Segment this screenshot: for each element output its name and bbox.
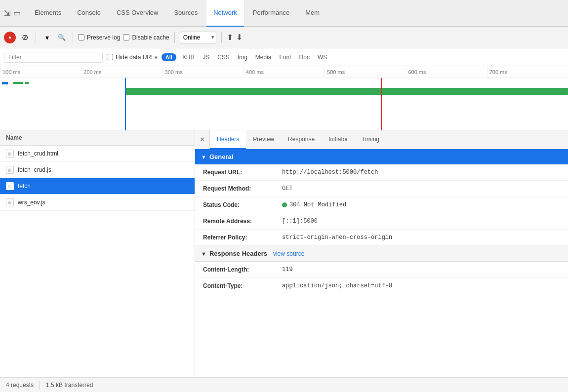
- val-status-code: 304 Not Modified: [282, 200, 346, 209]
- timeline-ruler: 100 ms 200 ms 300 ms 400 ms 500 ms 600 m…: [0, 66, 568, 78]
- hide-data-urls-label[interactable]: Hide data URLs: [107, 54, 158, 61]
- device-icon[interactable]: ▭: [13, 8, 21, 18]
- val-content-type: application/json; charset=utf-8: [282, 281, 392, 290]
- tab-console[interactable]: Console: [70, 0, 108, 27]
- file-icon-html: ▤: [6, 150, 14, 157]
- tab-performance[interactable]: Performance: [246, 0, 296, 27]
- row-status-code: Status Code: 304 Not Modified: [195, 197, 568, 213]
- file-name-wrs-env-js: wrs_env.js: [18, 199, 45, 206]
- val-remote-address: [::1]:5000: [282, 217, 318, 226]
- preserve-log-label[interactable]: Preserve log: [78, 34, 120, 41]
- filter-type-ws[interactable]: WS: [316, 53, 329, 62]
- preserve-log-checkbox[interactable]: [78, 34, 84, 40]
- tab-css-overview[interactable]: CSS Overview: [110, 0, 165, 27]
- record-button[interactable]: ●: [4, 32, 16, 43]
- ruler-mark-300: 300 ms: [162, 66, 243, 78]
- requests-count: 4 requests: [6, 382, 34, 389]
- detail-panel: × Headers Preview Response Initiator Tim…: [195, 130, 568, 377]
- view-source-link[interactable]: view source: [273, 250, 304, 257]
- tab-network[interactable]: Network: [206, 0, 244, 27]
- toolbar: ● ⊘ ▾ 🔍 Preserve log Disable cache Onlin…: [0, 27, 568, 48]
- timeline-small-indicators: [2, 82, 29, 84]
- val-request-method: GET: [282, 184, 293, 193]
- val-request-url: http://localhost:5000/fetch: [282, 168, 378, 177]
- filter-all-button[interactable]: All: [162, 53, 176, 61]
- val-referrer-policy: strict-origin-when-cross-origin: [282, 233, 392, 242]
- tab-bar: ⇲ ▭ Elements Console CSS Overview Source…: [0, 0, 568, 27]
- tab-sources[interactable]: Sources: [167, 0, 204, 27]
- ruler-mark-600: 600 ms: [406, 66, 487, 78]
- file-name-fetch-crud-html: fetch_crud.html: [18, 150, 58, 157]
- hide-data-urls-text: Hide data URLs: [116, 54, 158, 61]
- filter-type-media[interactable]: Media: [253, 53, 274, 62]
- clear-button[interactable]: ⊘: [19, 32, 31, 43]
- row-request-method: Request Method: GET: [195, 181, 568, 197]
- ruler-mark-200: 200 ms: [81, 66, 162, 78]
- key-request-method: Request Method:: [203, 184, 282, 193]
- disable-cache-checkbox[interactable]: [123, 34, 129, 40]
- file-name-fetch-crud-js: fetch_crud.js: [18, 166, 51, 173]
- row-referrer-policy: Referrer Policy: strict-origin-when-cros…: [195, 230, 568, 246]
- tab-elements[interactable]: Elements: [28, 0, 68, 27]
- file-item-fetch[interactable]: □ fetch: [0, 178, 195, 195]
- tab-memory[interactable]: Mem: [298, 0, 326, 27]
- filter-type-xhr[interactable]: XHR: [180, 53, 197, 62]
- indicator-green: [13, 82, 23, 84]
- filter-button[interactable]: ▾: [41, 32, 53, 43]
- toolbar-separator-3: [174, 32, 175, 43]
- online-select[interactable]: Online Offline Slow 3G Fast 3G: [180, 32, 216, 43]
- timeline-red-marker: [381, 78, 382, 130]
- timeline-chart[interactable]: [0, 78, 568, 130]
- ruler-mark-100: 100 ms: [0, 66, 81, 78]
- filter-input[interactable]: [4, 52, 103, 63]
- disable-cache-label[interactable]: Disable cache: [123, 34, 169, 41]
- key-referrer-policy: Referrer Policy:: [203, 233, 282, 242]
- response-headers-title: Response Headers: [209, 250, 267, 257]
- status-dot-icon: [282, 202, 287, 207]
- timeline-green-bar: [125, 88, 568, 95]
- transferred-size: 1.5 kB transferred: [46, 382, 93, 389]
- filter-bar: Hide data URLs All XHR JS CSS Img Media …: [0, 48, 568, 66]
- ruler-mark-400: 400 ms: [243, 66, 325, 78]
- filter-type-font[interactable]: Font: [278, 53, 293, 62]
- search-button[interactable]: 🔍: [56, 32, 68, 43]
- ruler-mark-500: 500 ms: [325, 66, 406, 78]
- toolbar-separator-1: [36, 32, 36, 43]
- tab-timing[interactable]: Timing: [355, 130, 386, 149]
- hide-data-urls-checkbox[interactable]: [107, 54, 113, 60]
- response-headers-section-header: ▼ Response Headers view source: [195, 246, 568, 262]
- detail-content: ▼ General Request URL: http://localhost:…: [195, 149, 568, 377]
- general-section-header[interactable]: ▼ General: [195, 149, 568, 164]
- toolbar-separator-4: [221, 32, 222, 43]
- upload-icon[interactable]: ⬆: [227, 33, 233, 42]
- key-request-url: Request URL:: [203, 168, 282, 177]
- filter-type-img[interactable]: Img: [236, 53, 249, 62]
- download-icon[interactable]: ⬇: [236, 33, 243, 42]
- file-icon-wrs-env: ▤: [6, 198, 14, 206]
- row-content-type: Content-Type: application/json; charset=…: [195, 278, 568, 294]
- tab-initiator[interactable]: Initiator: [322, 130, 355, 149]
- tab-headers[interactable]: Headers: [210, 130, 246, 149]
- file-list: Name ▤ fetch_crud.html ▤ fetch_crud.js □…: [0, 130, 195, 377]
- filter-type-js[interactable]: JS: [201, 53, 211, 62]
- file-item-fetch-crud-html[interactable]: ▤ fetch_crud.html: [0, 146, 195, 162]
- status-separator: [40, 381, 40, 390]
- ruler-mark-700: 700 ms: [487, 66, 568, 78]
- toolbar-separator-2: [73, 32, 73, 43]
- status-code-text: 304 Not Modified: [289, 201, 346, 208]
- file-item-fetch-crud-js[interactable]: ▤ fetch_crud.js: [0, 162, 195, 178]
- online-select-wrap: Online Offline Slow 3G Fast 3G: [180, 32, 216, 43]
- indicator-blue: [2, 82, 8, 84]
- tab-preview[interactable]: Preview: [246, 130, 281, 149]
- file-list-header: Name: [0, 130, 195, 146]
- close-button[interactable]: ×: [195, 130, 210, 149]
- cursor-icon[interactable]: ⇲: [4, 8, 10, 18]
- filter-type-doc[interactable]: Doc: [297, 53, 312, 62]
- filter-type-css[interactable]: CSS: [215, 53, 232, 62]
- timeline: 100 ms 200 ms 300 ms 400 ms 500 ms 600 m…: [0, 66, 568, 130]
- general-arrow-icon: ▼: [201, 154, 206, 160]
- ruler-marks: 100 ms 200 ms 300 ms 400 ms 500 ms 600 m…: [0, 66, 568, 78]
- preserve-log-text: Preserve log: [87, 34, 120, 41]
- tab-response[interactable]: Response: [281, 130, 322, 149]
- file-item-wrs-env-js[interactable]: ▤ wrs_env.js: [0, 195, 195, 211]
